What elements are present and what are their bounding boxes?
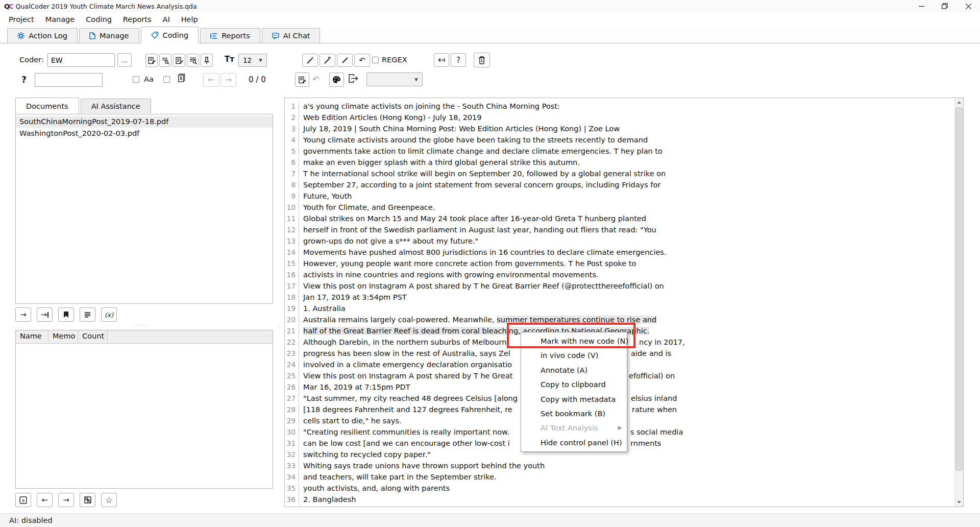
line-text[interactable]: switching to recycled copy paper." xyxy=(303,449,963,460)
menu-coding[interactable]: Coding xyxy=(80,14,117,25)
tab-coding[interactable]: Coding xyxy=(141,27,199,43)
context-item-annotate-a[interactable]: Annotate (A) xyxy=(521,363,627,377)
previous-coded-button[interactable]: ← xyxy=(37,493,53,507)
close-button[interactable] xyxy=(957,0,980,12)
line-text[interactable]: Future, Youth xyxy=(303,190,963,202)
tab-documents[interactable]: Documents xyxy=(15,98,79,114)
annotate-file-button[interactable] xyxy=(145,54,158,67)
line-text[interactable]: July 18, 2019 | South China Morning Post… xyxy=(303,123,963,134)
line-text[interactable]: Jan 17, 2019 at 3:54pm PST xyxy=(303,292,963,303)
line-text[interactable]: youth activists, and, along with parents xyxy=(303,483,963,494)
color-palette-button[interactable] xyxy=(329,73,344,87)
line-text[interactable]: T he international school strike will be… xyxy=(303,168,963,179)
menu-manage[interactable]: Manage xyxy=(40,14,81,25)
menu-ai[interactable]: AI xyxy=(157,14,175,25)
line-text[interactable]: cells start to die," he says. xyxy=(303,415,963,426)
font-size-select[interactable]: 12 ▼ xyxy=(238,54,267,67)
memo-edit-button[interactable] xyxy=(173,54,185,67)
image-grid-button[interactable] xyxy=(80,493,95,507)
context-item-copy-to-clipboard[interactable]: Copy to clipboard xyxy=(521,377,627,392)
line-text[interactable]: [118 degrees Fahrenheit and 127 degrees … xyxy=(303,404,963,415)
line-text[interactable]: herself in front of the Swedish parliame… xyxy=(303,224,963,235)
file-list-item[interactable]: SouthChinaMorningPost_2019-07-18.pdf xyxy=(16,116,273,128)
coder-input[interactable] xyxy=(47,53,115,67)
undo-autocode-button[interactable]: ↶ xyxy=(354,54,370,67)
line-text[interactable]: September 27, according to a joint state… xyxy=(303,179,963,190)
line-text-fragment[interactable]: elsius inland xyxy=(631,393,677,404)
column-memo[interactable]: Memo xyxy=(48,330,78,343)
context-item-hide-control-panel-h[interactable]: Hide control panel (H) xyxy=(521,436,627,450)
line-text[interactable]: activists in nine countries and regions … xyxy=(303,269,963,280)
next-result-button[interactable]: → xyxy=(220,73,236,87)
line-text-fragment[interactable]: rnments xyxy=(630,438,661,449)
context-item-copy-with-metadata[interactable]: Copy with metadata xyxy=(521,392,627,406)
line-text[interactable]: However, young people want more concrete… xyxy=(303,258,963,269)
file-memo-button[interactable] xyxy=(80,307,95,322)
line-text[interactable]: Whiting says trade unions have thrown su… xyxy=(303,460,963,471)
line-text-fragment[interactable]: s social media xyxy=(630,426,683,438)
annotate-selection-button[interactable] xyxy=(295,73,309,87)
search-all-files-button[interactable] xyxy=(187,54,199,67)
context-item-in-vivo-code-v[interactable]: in vivo code (V) xyxy=(521,348,627,363)
bookmark-go-button[interactable] xyxy=(58,307,74,322)
line-text[interactable]: involved in a climate emergency declarat… xyxy=(303,359,963,370)
regex-checkbox[interactable] xyxy=(372,57,379,63)
next-coded-button[interactable]: → xyxy=(58,493,74,507)
line-text[interactable]: grown-ups do not give a s*** about my fu… xyxy=(303,235,963,247)
line-text[interactable]: progress has been slow in the rest of Au… xyxy=(303,348,963,359)
line-text-fragment[interactable]: ncy in 2017, xyxy=(639,337,685,348)
fx-button[interactable]: (x) xyxy=(101,307,117,322)
important-star-button[interactable]: ☆ xyxy=(101,493,117,507)
tab-ai-assistance[interactable]: AI Assistance xyxy=(81,99,151,113)
line-text[interactable]: View this post on Instagram A post share… xyxy=(303,280,963,292)
line-text[interactable]: make an even bigger splash with a third … xyxy=(303,157,963,168)
scroll-up-icon[interactable] xyxy=(955,98,963,107)
line-text[interactable]: Mar 16, 2019 at 7:15pm PDT xyxy=(303,381,963,393)
previous-result-button[interactable]: ← xyxy=(203,73,219,87)
line-text[interactable]: a's young climate activists on joining t… xyxy=(303,101,963,112)
menu-help[interactable]: Help xyxy=(176,14,204,25)
menu-project[interactable]: Project xyxy=(3,14,40,25)
context-item-set-bookmark-b[interactable]: Set bookmark (B) xyxy=(521,406,627,421)
line-text[interactable]: and teachers, will take part in the Sept… xyxy=(303,471,963,483)
next-file-button[interactable]: → xyxy=(15,307,31,322)
line-text[interactable]: Movements have pushed almost 800 jurisdi… xyxy=(303,247,963,258)
pen-mark-button[interactable] xyxy=(337,54,353,67)
line-text[interactable]: Web Edition Articles (Hong Kong) - July … xyxy=(303,112,963,123)
file-list-item[interactable]: WashingtonPost_2020-02-03.pdf xyxy=(16,128,273,139)
editor-scrollbar[interactable] xyxy=(954,98,963,507)
export-icon[interactable] xyxy=(349,74,358,83)
tab-ai-chat[interactable]: AI Chat xyxy=(262,28,321,43)
latest-coded-file-button[interactable]: → xyxy=(37,307,53,322)
autocode-wand-button[interactable] xyxy=(302,54,318,67)
search-text-button[interactable] xyxy=(159,54,172,67)
delete-button[interactable] xyxy=(474,53,490,67)
line-text[interactable]: "Creating resilient communities is reall… xyxy=(303,426,963,438)
line-text[interactable]: Global strikes on March 15 and May 24 to… xyxy=(303,213,963,224)
tab-reports[interactable]: Reports xyxy=(200,28,260,43)
line-text[interactable]: governments take action to limit climate… xyxy=(303,146,963,157)
menu-reports[interactable]: Reports xyxy=(117,14,157,25)
column-name[interactable]: Name xyxy=(16,330,48,343)
line-text[interactable]: 2. Bangladesh xyxy=(303,494,963,505)
minimize-button[interactable] xyxy=(910,0,933,12)
help-button[interactable]: ? xyxy=(451,53,466,67)
line-text[interactable]: can be low cost [and we can encourage ot… xyxy=(303,438,963,449)
autocode-range-button[interactable] xyxy=(320,54,335,67)
line-text[interactable]: View this post on Instagram A post share… xyxy=(303,370,963,381)
coder-more-button[interactable]: ... xyxy=(117,53,132,67)
horizontal-splitter[interactable]: ······ xyxy=(134,323,149,328)
scrollbar-thumb[interactable] xyxy=(955,107,963,471)
line-text[interactable]: Young climate activists around the globe… xyxy=(303,134,963,146)
pin-button[interactable] xyxy=(201,54,213,67)
line-text-fragment[interactable]: aide and is xyxy=(631,348,671,359)
return-button[interactable]: ↤ xyxy=(434,53,449,67)
line-text[interactable]: 1. Australia xyxy=(303,303,963,314)
restore-button[interactable] xyxy=(933,0,957,12)
tab-manage[interactable]: Manage xyxy=(79,28,139,43)
search-input[interactable] xyxy=(35,73,103,87)
tab-action-log[interactable]: Action Log xyxy=(7,28,78,43)
line-text-fragment[interactable]: rature when xyxy=(632,404,677,415)
line-text[interactable]: Youth for Climate, and Greenpeace. xyxy=(303,202,963,213)
line-text-fragment[interactable]: efofficial) on xyxy=(629,370,675,381)
